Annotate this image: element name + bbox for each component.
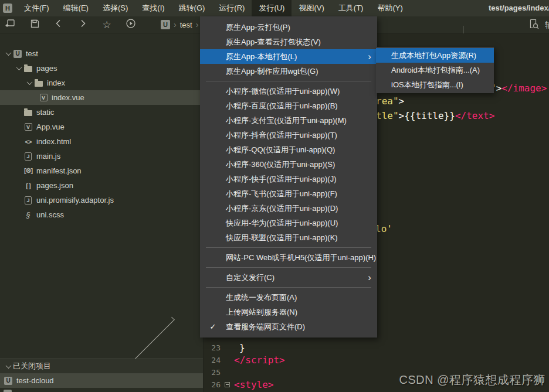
menu-item-native-app-cloud-package-status[interactable]: 原生App-查看云打包状态(V) xyxy=(200,35,377,49)
back-chevron-icon xyxy=(54,19,63,30)
submenu-item-ios-local-package-guide[interactable]: iOS本地打包指南...(I) xyxy=(376,77,494,92)
tree-item-folder-pages[interactable]: pages xyxy=(0,61,203,76)
menu-item-miniprogram-douyin[interactable]: 小程序-抖音(仅适用于uni-app)(T) xyxy=(200,128,377,142)
menu-item-native-app-cloud-package[interactable]: 原生App-云打包(P) xyxy=(200,20,377,35)
closed-projects-section: 已关闭项目 U test-dcloud xyxy=(0,359,203,392)
menu-tools[interactable]: 工具(T) xyxy=(331,0,371,16)
menu-item-native-app-local-package[interactable]: 原生App-本地打包(L)› xyxy=(200,49,377,64)
manifest-file-icon: [⚙] xyxy=(24,167,32,175)
watermark: CSDN @程序猿想成程序狮 xyxy=(399,372,545,388)
code-fragment-title: tle">{{title}}</text> xyxy=(376,110,494,121)
uniapp-project-icon xyxy=(4,390,12,392)
menu-publish[interactable]: 发行(U) xyxy=(252,0,292,16)
line-number: 24 xyxy=(204,356,221,364)
chevron-down-icon xyxy=(5,50,11,56)
menu-item-miniprogram-weixin[interactable]: 小程序-微信(仅适用于uni-app)(W) xyxy=(200,84,377,98)
forward-button[interactable] xyxy=(77,19,89,30)
menu-item-website-h5[interactable]: 网站-PC Web或手机H5(仅适用于uni-app)(H) xyxy=(200,250,377,265)
code-fragment-image-tag: "></image> xyxy=(490,83,547,94)
submenu-arrow-icon: › xyxy=(368,272,371,282)
partially-visible-project-row xyxy=(0,388,203,392)
tab-divider xyxy=(463,26,464,33)
menu-separator xyxy=(206,267,371,268)
tree-item-file-index-html[interactable]: <> index.html xyxy=(0,134,203,149)
tree-item-label: static xyxy=(36,108,54,117)
menu-item-miniprogram-kuaishou[interactable]: 小程序-快手(仅适用于uni-app)(J) xyxy=(200,172,377,186)
menu-item-miniprogram-feishu[interactable]: 小程序-飞书(仅适用于uni-app)(F) xyxy=(200,186,377,201)
menu-item-native-app-wgt-package[interactable]: 原生App-制作应用wgt包(G) xyxy=(200,64,377,79)
tree-item-folder-static[interactable]: static xyxy=(0,105,203,120)
clipped-label: 辅 xyxy=(545,20,549,30)
uniapp-project-icon: U xyxy=(4,377,12,385)
menu-item-custom-publish[interactable]: 自定义发行(C)› xyxy=(200,270,377,285)
tree-item-file-main-js[interactable]: J main.js xyxy=(0,149,203,163)
tree-item-label: main.js xyxy=(36,152,60,161)
menu-find[interactable]: 查找(I) xyxy=(135,0,171,16)
check-icon: ✓ xyxy=(210,322,216,331)
menu-item-quickapp-huawei[interactable]: 快应用-华为(仅适用于uni-app)(U) xyxy=(200,216,377,230)
js-file-icon: J xyxy=(25,196,32,204)
menu-view[interactable]: 视图(V) xyxy=(292,0,331,16)
tree-item-project-test[interactable]: U test xyxy=(0,46,203,61)
menu-file[interactable]: 文件(F) xyxy=(17,0,56,16)
tree-item-file-uni-scss[interactable]: § uni.scss xyxy=(0,207,203,222)
tree-item-label: pages.json xyxy=(36,181,73,190)
line-number: 26 xyxy=(204,380,221,389)
fold-icon xyxy=(225,382,230,387)
tree-item-file-manifest-json[interactable]: [⚙] manifest.json xyxy=(0,163,203,178)
tree-item-label: pages xyxy=(36,64,57,73)
closed-project-label: test-dcloud xyxy=(16,376,54,385)
new-file-icon xyxy=(5,18,16,31)
editor-line-24: 24 </script> xyxy=(204,354,549,366)
folder-icon xyxy=(24,66,32,72)
forward-chevron-icon xyxy=(78,19,87,30)
menu-item-miniprogram-360[interactable]: 小程序-360(仅适用于uni-app)(S) xyxy=(200,157,377,172)
app-logo-icon[interactable]: H xyxy=(3,4,12,13)
breadcrumb: U › test › p xyxy=(161,20,206,29)
local-package-submenu: 生成本地打包App资源(R) Android本地打包指南...(A) iOS本地… xyxy=(376,47,494,93)
code-fragment-area: rea"> xyxy=(376,96,404,107)
menu-item-quickapp-union[interactable]: 快应用-联盟(仅适用于uni-app)(K) xyxy=(200,230,377,245)
code-text: } xyxy=(234,342,245,353)
tree-item-file-app-vue[interactable]: V App.vue xyxy=(0,120,203,134)
submenu-arrow-icon: › xyxy=(368,52,371,62)
menu-help[interactable]: 帮助(Y) xyxy=(370,0,409,16)
menubar: H 文件(F) 编辑(E) 选择(S) 查找(I) 跳转(G) 运行(R) 发行… xyxy=(0,0,549,16)
run-button[interactable] xyxy=(125,19,137,30)
menu-item-miniprogram-alipay[interactable]: 小程序-支付宝(仅适用于uni-app)(M) xyxy=(200,113,377,128)
star-icon: ☆ xyxy=(102,20,111,30)
menu-item-upload-website[interactable]: 上传网站到服务器(N) xyxy=(200,305,377,319)
menu-item-miniprogram-qq[interactable]: 小程序-QQ(仅适用于uni-app)(Q) xyxy=(200,142,377,157)
closed-project-test-dcloud[interactable]: U test-dcloud xyxy=(0,373,203,388)
menu-item-view-server-files[interactable]: ✓查看服务端网页文件(D) xyxy=(200,319,377,334)
submenu-item-android-local-package-guide[interactable]: Android本地打包指南...(A) xyxy=(376,63,494,77)
tree-item-file-pages-json[interactable]: [ ] pages.json xyxy=(0,178,203,193)
menu-item-miniprogram-jingdong[interactable]: 小程序-京东(仅适用于uni-app)(D) xyxy=(200,201,377,216)
favorites-button[interactable]: ☆ xyxy=(101,19,113,30)
new-file-button[interactable] xyxy=(5,19,16,30)
closed-projects-title: 已关闭项目 xyxy=(13,361,51,371)
menu-goto[interactable]: 跳转(G) xyxy=(172,0,212,16)
menu-item-miniprogram-baidu[interactable]: 小程序-百度(仅适用于uni-app)(B) xyxy=(200,98,377,113)
tree-item-label: uni.scss xyxy=(36,210,64,219)
closed-projects-header[interactable]: 已关闭项目 xyxy=(0,359,203,373)
menu-run[interactable]: 运行(R) xyxy=(212,0,252,16)
toolbar-right: 辅 xyxy=(528,16,549,33)
back-button[interactable] xyxy=(53,19,65,30)
tree-item-file-index-vue[interactable]: V index.vue xyxy=(0,90,203,105)
vue-file-icon: V xyxy=(40,94,48,101)
tree-item-folder-index[interactable]: index xyxy=(0,76,203,90)
menu-item-generate-release-page[interactable]: 生成统一发布页面(A) xyxy=(200,290,377,305)
menu-edit[interactable]: 编辑(E) xyxy=(56,0,96,16)
breadcrumb-project[interactable]: test xyxy=(180,21,192,29)
tree-item-label: index.html xyxy=(36,137,71,146)
search-in-document-icon[interactable] xyxy=(528,18,540,32)
menu-select[interactable]: 选择(S) xyxy=(96,0,135,16)
tree-item-file-uni-promisify-adaptor-js[interactable]: J uni.promisify.adaptor.js xyxy=(0,193,203,207)
menu-separator xyxy=(206,247,371,248)
save-button[interactable] xyxy=(29,19,40,30)
vue-file-icon: V xyxy=(25,123,32,131)
submenu-item-generate-local-package-resources[interactable]: 生成本地打包App资源(R) xyxy=(376,48,494,63)
scss-file-icon: § xyxy=(26,210,30,219)
tree-item-label: test xyxy=(26,49,38,58)
